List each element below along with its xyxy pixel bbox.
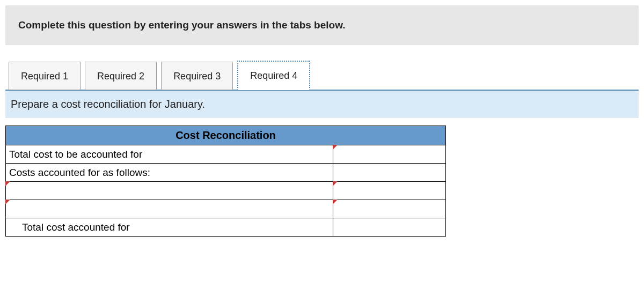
row-label-blank-1[interactable]	[6, 182, 333, 200]
row-value-blank-2[interactable]	[333, 200, 446, 218]
row-value-total-accounted	[333, 218, 446, 237]
row-label-costs-follows: Costs accounted for as follows:	[6, 164, 333, 182]
row-label-total-accounted: Total cost accounted for	[6, 218, 333, 237]
table-row: Total cost accounted for	[6, 218, 446, 237]
table-row: Costs accounted for as follows:	[6, 164, 446, 182]
input-marker-icon	[5, 200, 10, 204]
table-row: Total cost to be accounted for	[6, 145, 446, 164]
tab-required-4[interactable]: Required 4	[237, 61, 310, 90]
input-marker-icon	[5, 181, 10, 186]
cost-reconciliation-table: Cost Reconciliation Total cost to be acc…	[5, 126, 446, 237]
table-row	[6, 182, 446, 200]
table-row	[6, 200, 446, 218]
input-marker-icon	[333, 145, 338, 150]
tab-required-1[interactable]: Required 1	[9, 62, 80, 90]
input-marker-icon	[333, 181, 338, 186]
table-header: Cost Reconciliation	[6, 126, 446, 145]
row-label-total-to-account: Total cost to be accounted for	[6, 145, 333, 164]
prompt-bar: Prepare a cost reconciliation for Januar…	[5, 91, 639, 118]
row-value-blank-1[interactable]	[333, 182, 446, 200]
instruction-bar: Complete this question by entering your …	[5, 5, 639, 45]
tabs-row: Required 1 Required 2 Required 3 Require…	[5, 60, 639, 91]
row-value-costs-follows	[333, 164, 446, 182]
input-marker-icon	[333, 200, 338, 204]
row-value-total-to-account[interactable]	[333, 145, 446, 164]
tab-required-2[interactable]: Required 2	[85, 62, 157, 90]
row-label-blank-2[interactable]	[6, 200, 333, 218]
tab-required-3[interactable]: Required 3	[161, 62, 233, 90]
